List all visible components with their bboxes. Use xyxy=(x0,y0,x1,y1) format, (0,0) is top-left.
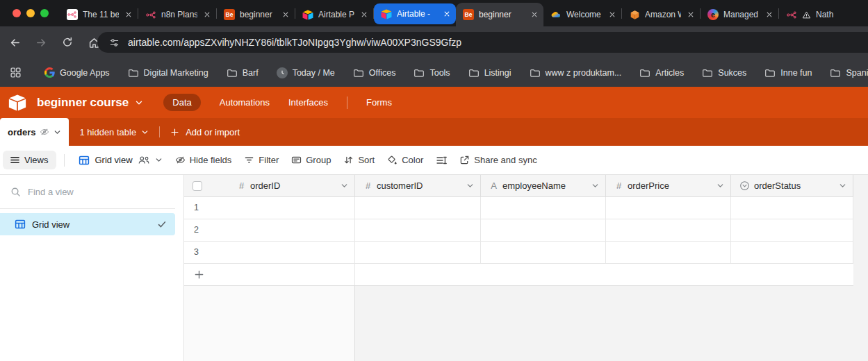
cell[interactable] xyxy=(481,219,606,241)
find-view-input[interactable] xyxy=(28,187,167,197)
browser-tab[interactable]: Nath xyxy=(779,3,857,26)
cell[interactable] xyxy=(355,197,481,219)
add-row-button[interactable] xyxy=(184,264,853,286)
bookmark-item[interactable]: Inne fun xyxy=(755,68,821,78)
reload-button[interactable] xyxy=(56,31,79,54)
row-number-cell[interactable]: 2 xyxy=(184,219,355,241)
minimize-window-button[interactable] xyxy=(26,9,35,17)
group-icon xyxy=(291,155,302,165)
bookmark-label: Google Apps xyxy=(60,68,110,78)
close-window-button[interactable] xyxy=(13,9,21,17)
browser-tab-selected[interactable]: Airtable - xyxy=(374,3,456,24)
close-tab-icon[interactable] xyxy=(764,10,774,19)
hidden-tables-toggle[interactable]: 1 hidden table xyxy=(69,118,159,146)
apps-grid-icon[interactable] xyxy=(10,67,22,78)
field-header-orderstatus[interactable]: orderStatus xyxy=(731,175,853,196)
base-menu-chevron-icon[interactable] xyxy=(135,99,143,107)
cell[interactable] xyxy=(606,219,731,241)
bookmark-item[interactable]: Offices xyxy=(344,68,405,78)
field-header-orderprice[interactable]: # orderPrice xyxy=(606,175,731,196)
close-tab-icon[interactable] xyxy=(359,10,369,19)
views-toggle-button[interactable]: Views xyxy=(3,151,56,169)
field-menu-chevron-icon[interactable] xyxy=(716,182,724,190)
hide-fields-button[interactable]: Hide fields xyxy=(169,151,238,169)
row-number-cell[interactable]: 1 xyxy=(184,197,355,219)
field-menu-chevron-icon[interactable] xyxy=(341,182,348,190)
close-tab-icon[interactable] xyxy=(202,10,212,19)
sort-label: Sort xyxy=(358,155,375,165)
bookmark-item[interactable]: Articles xyxy=(630,68,693,78)
tab-forms[interactable]: Forms xyxy=(366,97,392,108)
bookmark-item[interactable]: Tools xyxy=(404,68,459,78)
aws-icon xyxy=(629,9,640,20)
browser-tab[interactable]: e Managed xyxy=(701,3,778,26)
bookmark-item[interactable]: www z produktam... xyxy=(521,68,631,78)
sort-button[interactable]: Sort xyxy=(337,151,381,169)
grid-view-selector[interactable]: Grid view xyxy=(72,151,168,170)
number-field-icon: # xyxy=(237,180,246,191)
field-menu-chevron-icon[interactable] xyxy=(591,182,599,190)
back-button[interactable] xyxy=(3,31,26,54)
filter-button[interactable]: Filter xyxy=(238,151,285,169)
bookmark-item[interactable]: Spanish FB Instag... xyxy=(821,68,868,78)
browser-tab[interactable]: Be beginner xyxy=(217,3,295,26)
field-header-customerid[interactable]: # customerID xyxy=(355,175,481,196)
group-button[interactable]: Group xyxy=(285,151,337,169)
bookmark-item[interactable]: Digital Marketing xyxy=(119,68,218,78)
browser-tab[interactable]: The 11 be xyxy=(60,3,138,26)
field-menu-chevron-icon[interactable] xyxy=(466,182,474,190)
field-header-orderid[interactable]: # orderID xyxy=(184,175,355,196)
cell[interactable] xyxy=(606,197,731,219)
bookmark-item[interactable]: Sukces xyxy=(693,68,755,78)
forward-button[interactable] xyxy=(29,31,53,54)
field-menu-chevron-icon[interactable] xyxy=(839,182,846,190)
table-menu-chevron-icon[interactable] xyxy=(54,128,61,136)
row-number-cell[interactable]: 3 xyxy=(184,242,355,263)
row-height-icon xyxy=(436,155,447,166)
airtable-header: beginner course Data Automations Interfa… xyxy=(0,87,868,118)
cell[interactable] xyxy=(731,219,853,241)
color-button[interactable]: Color xyxy=(381,151,429,169)
add-or-import-button[interactable]: Add or import xyxy=(160,118,250,146)
browser-tab[interactable]: Amazon W xyxy=(622,3,700,26)
bookmark-label: Listingi xyxy=(484,68,511,78)
close-tab-icon[interactable] xyxy=(530,10,539,19)
browser-tab[interactable]: n8n Plans xyxy=(138,3,216,26)
cell[interactable] xyxy=(481,242,606,263)
site-settings-icon[interactable] xyxy=(108,37,120,49)
tab-data[interactable]: Data xyxy=(163,94,200,111)
cell[interactable] xyxy=(355,242,481,263)
bookmark-item[interactable]: Today / Me xyxy=(268,67,344,78)
close-tab-icon[interactable] xyxy=(442,9,452,19)
field-header-employeename[interactable]: A employeeName xyxy=(481,175,606,196)
folder-icon xyxy=(702,68,713,78)
close-tab-icon[interactable] xyxy=(281,10,290,19)
address-bar[interactable]: airtable.com/appsZXvihyNHZY86i/tblkTJoNI… xyxy=(97,32,868,53)
cell[interactable] xyxy=(481,197,606,219)
frozen-column-divider xyxy=(354,264,355,285)
share-sync-button[interactable]: Share and sync xyxy=(453,151,543,169)
tab-automations[interactable]: Automations xyxy=(220,97,270,108)
row-height-button[interactable] xyxy=(429,151,453,170)
bookmark-item[interactable]: Google Apps xyxy=(35,67,119,78)
airtable-logo[interactable] xyxy=(8,94,26,111)
browser-tab[interactable]: Welcome xyxy=(543,3,621,26)
sidebar-view-grid-view[interactable]: Grid view xyxy=(0,213,175,235)
browser-tab-active[interactable]: Be beginner xyxy=(456,3,543,26)
folder-icon xyxy=(128,68,139,78)
table-tab-orders[interactable]: orders xyxy=(0,118,69,146)
folder-icon xyxy=(639,68,650,78)
close-tab-icon[interactable] xyxy=(607,10,617,19)
cell[interactable] xyxy=(731,242,853,263)
tab-interfaces[interactable]: Interfaces xyxy=(288,97,328,108)
close-tab-icon[interactable] xyxy=(124,10,133,19)
select-all-checkbox[interactable] xyxy=(193,181,202,191)
cell[interactable] xyxy=(731,197,853,219)
cell[interactable] xyxy=(606,242,731,263)
zoom-window-button[interactable] xyxy=(40,9,49,17)
bookmark-item[interactable]: Listingi xyxy=(459,68,521,78)
close-tab-icon[interactable] xyxy=(686,10,696,19)
bookmark-item[interactable]: Barf xyxy=(218,68,268,78)
browser-tab[interactable]: Airtable P xyxy=(295,3,373,26)
cell[interactable] xyxy=(355,219,481,241)
